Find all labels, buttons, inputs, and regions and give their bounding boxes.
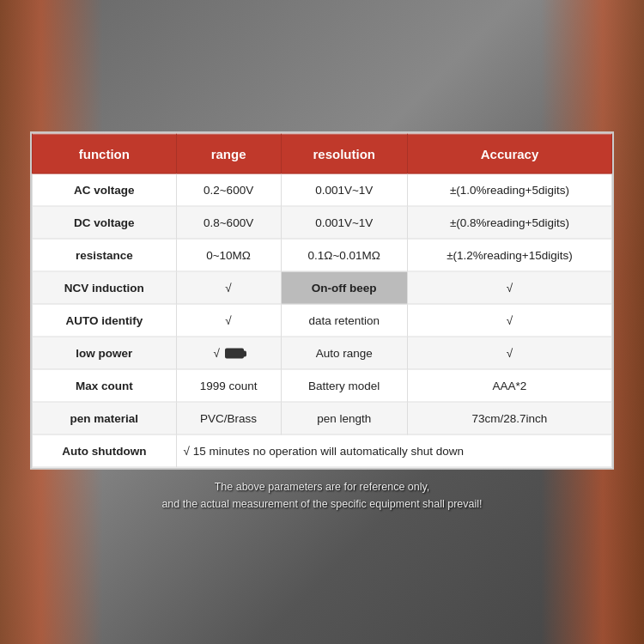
table-cell: data retention: [281, 304, 407, 337]
table-cell: Battery model: [281, 369, 407, 402]
header-range: range: [176, 134, 281, 173]
header-resolution: resolution: [281, 134, 407, 173]
table-header-row: function range resolution Accuracy: [33, 134, 612, 173]
table-cell: 0.2~600V: [176, 173, 281, 206]
table-cell: √: [407, 337, 611, 369]
table-row: Max count1999 countBattery modelAAA*2: [33, 369, 612, 402]
footer-line1: The above parameters are for reference o…: [30, 478, 614, 495]
table-cell: 0.8~600V: [176, 206, 281, 239]
table-cell: ±(1.0%reading+5digits): [407, 173, 611, 206]
table-row: Auto shutdown√ 15 minutes no operation w…: [33, 434, 612, 467]
table-cell: AC voltage: [33, 173, 177, 206]
cell-label: Auto shutdown: [33, 434, 177, 467]
table-cell: PVC/Brass: [176, 402, 281, 434]
table-cell: DC voltage: [33, 206, 177, 239]
table-cell: √: [176, 337, 281, 369]
table-cell: ±(1.2%reading+15digits): [407, 239, 611, 271]
table-cell: pen length: [281, 402, 407, 434]
footer-text: The above parameters are for reference o…: [30, 478, 614, 513]
header-function: function: [33, 134, 177, 173]
table-cell: 0.1Ω~0.01MΩ: [281, 239, 407, 271]
table-cell: √: [407, 304, 611, 337]
table-cell: 73cm/28.7inch: [407, 402, 611, 434]
table-row: pen materialPVC/Brasspen length73cm/28.7…: [33, 402, 612, 434]
table-wrapper: function range resolution Accuracy AC vo…: [30, 132, 614, 470]
table-cell: NCV induction: [33, 271, 177, 304]
table-cell: 0.001V~1V: [281, 173, 407, 206]
table-cell: On-off beep: [281, 271, 407, 304]
table-cell: ±(0.8%reading+5digits): [407, 206, 611, 239]
table-cell: √: [176, 304, 281, 337]
table-cell: resistance: [33, 239, 177, 271]
table-row: AUTO identify√data retention√: [33, 304, 612, 337]
table-row: AC voltage0.2~600V0.001V~1V±(1.0%reading…: [33, 173, 612, 206]
table-row: resistance0~10MΩ0.1Ω~0.01MΩ±(1.2%reading…: [33, 239, 612, 271]
table-cell: 0.001V~1V: [281, 206, 407, 239]
footer-line2: and the actual measurement of the specif…: [30, 495, 614, 513]
cell-value: √ 15 minutes no operation will automatic…: [176, 434, 611, 467]
table-row: DC voltage0.8~600V0.001V~1V±(0.8%reading…: [33, 206, 612, 239]
table-cell: Max count: [33, 369, 177, 402]
header-accuracy: Accuracy: [407, 134, 611, 173]
table-cell: √: [176, 271, 281, 304]
main-container: function range resolution Accuracy AC vo…: [30, 132, 614, 513]
table-row: low power√ Auto range√: [33, 337, 612, 369]
specs-table: function range resolution Accuracy AC vo…: [32, 134, 612, 468]
table-cell: √: [407, 271, 611, 304]
table-cell: Auto range: [281, 337, 407, 369]
table-cell: AAA*2: [407, 369, 611, 402]
table-row: NCV induction√On-off beep√: [33, 271, 612, 304]
table-cell: low power: [33, 337, 177, 369]
table-cell: 1999 count: [176, 369, 281, 402]
table-cell: AUTO identify: [33, 304, 177, 337]
table-cell: pen material: [33, 402, 177, 434]
table-cell: 0~10MΩ: [176, 239, 281, 271]
